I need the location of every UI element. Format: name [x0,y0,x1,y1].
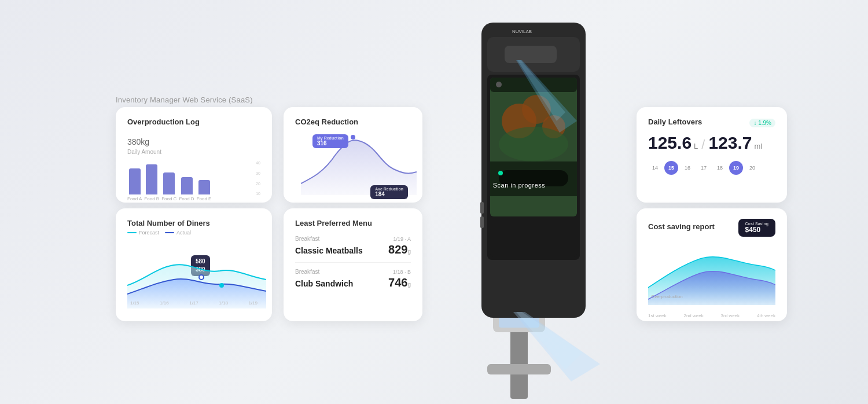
menu-item-1-meal: Breakfast [295,236,319,242]
svg-point-15 [496,82,502,87]
bar-food-b: Food B [144,164,159,201]
menu-item-1-dish: Classic Meatballs [295,246,363,255]
leftover-val1: 125.6 [648,133,692,153]
menu-item-2: Breakfast 1/18 · B Club Sandwich 746g [295,263,411,295]
leftovers-card: Daily Leftovers ↓ 1.9% 125.6 L / 123.7 m… [637,107,787,203]
svg-rect-24 [480,202,484,214]
svg-rect-17 [505,46,557,63]
overproduction-title: Overproduction Log [127,117,260,126]
overproduction-card: Overproduction Log 380kg Daily Amount Fo… [116,107,272,203]
x-label-5: 1/19 [248,300,258,306]
diners-card: Total Number of Diners Forecast Actual 5… [116,208,272,321]
y-label-20: 20 [256,182,260,186]
week-labels: 1st week 2nd week 3rd week 4th week [648,313,775,318]
legend-forecast: Forecast [127,230,159,236]
actual-label: Actual [176,230,191,236]
bar-food-e: Food E [197,180,212,201]
date-pill-16[interactable]: 16 [681,161,694,175]
menu-title: Least Preferred Menu [295,219,411,227]
scan-progress-text: Scan in progress [493,182,546,189]
overproduction-amount: 380kg [127,128,260,149]
diners-dot-forecast [199,275,204,280]
cost-card: Cost saving report Cost Saving $450 [637,208,787,321]
date-pill-19[interactable]: 19 [729,161,743,175]
my-reduction-value: 316 [317,140,344,146]
svg-point-11 [499,127,568,161]
bar-food-a-rect [129,168,141,194]
diners-title: Total Number of Diners [127,219,260,227]
date-pills: 14 15 16 17 18 19 20 [648,161,775,175]
bar-food-a-label: Food A [127,196,142,201]
forecast-label: Forecast [139,230,159,236]
bar-food-c-label: Food C [161,196,176,201]
x-label-4: 1/18 [219,300,228,306]
my-reduction-bubble: My Reduction 316 [312,134,348,148]
leftovers-title: Daily Leftovers [648,117,702,126]
leftover-unit2: ml [755,142,763,150]
diners-legend: Forecast Actual [127,230,260,236]
bar-food-c: Food C [161,172,176,201]
menu-item-1: Breakfast 1/19 · A Classic Meatballs 829… [295,230,411,263]
date-pill-14[interactable]: 14 [648,161,662,175]
bar-food-d: Food D [179,177,194,201]
leftover-unit1: L [694,142,698,150]
co2-title: CO2eq Reduction [295,117,411,126]
bar-food-a: Food A [127,168,142,201]
bar-food-b-label: Food B [144,196,159,201]
week-4: 4th week [757,313,775,318]
leftover-val2: 123.7 [708,133,752,153]
date-pill-15[interactable]: 15 [664,161,678,175]
svg-rect-25 [480,216,484,228]
my-reduction-label: My Reduction [317,136,344,140]
kiosk-svg: NUVILAB [398,5,641,399]
forecast-dot [127,232,137,233]
actual-dot [165,232,174,233]
svg-text:NUVILAB: NUVILAB [512,29,532,34]
legend-actual: Actual [165,230,191,236]
bar-food-d-label: Food D [179,196,194,201]
leftovers-badge: ↓ 1.9% [749,119,775,127]
date-pill-17[interactable]: 17 [697,161,711,175]
cost-saving-bubble: Cost Saving $450 [738,219,775,237]
page-header: Inventory Manager Web Service (SaaS) [116,96,253,104]
overproduction-sublabel: Daily Amount [127,149,260,155]
co2-peak-dot [351,135,355,139]
cost-saving-label: Cost Saving [745,222,768,226]
svg-point-22 [498,171,503,175]
x-label-2: 1/16 [160,300,169,306]
svg-rect-1 [487,364,551,374]
bar-food-c-rect [163,172,175,194]
cost-saving-value: $450 [745,226,768,234]
x-label-3: 1/17 [189,300,198,306]
y-label-10: 10 [256,192,260,196]
bar-food-e-label: Food E [197,196,212,201]
menu-item-2-dish: Club Sandwich [295,279,353,288]
menu-item-2-meal: Breakfast [295,269,319,275]
leftover-sep: / [701,137,705,152]
y-label-30: 30 [256,171,260,175]
cost-title: Cost saving report [648,222,715,231]
diners-chart [127,251,266,308]
week-1: 1st week [648,313,667,318]
x-label-1: 1/15 [130,300,139,306]
bar-food-e-rect [198,180,210,194]
kiosk-device: NUVILAB Scan in progress [398,5,641,399]
overproduction-chart-label: Overproduction [651,294,683,299]
date-pill-18[interactable]: 18 [713,161,727,175]
week-3: 3rd week [721,313,740,318]
diners-dot-actual [219,283,224,288]
week-2: 2nd week [683,313,703,318]
bar-food-b-rect [146,164,157,194]
leftover-numbers: 125.6 L / 123.7 ml [648,133,775,153]
date-pill-20[interactable]: 20 [745,161,759,175]
y-label-40: 40 [256,161,260,165]
bar-food-d-rect [181,177,193,194]
